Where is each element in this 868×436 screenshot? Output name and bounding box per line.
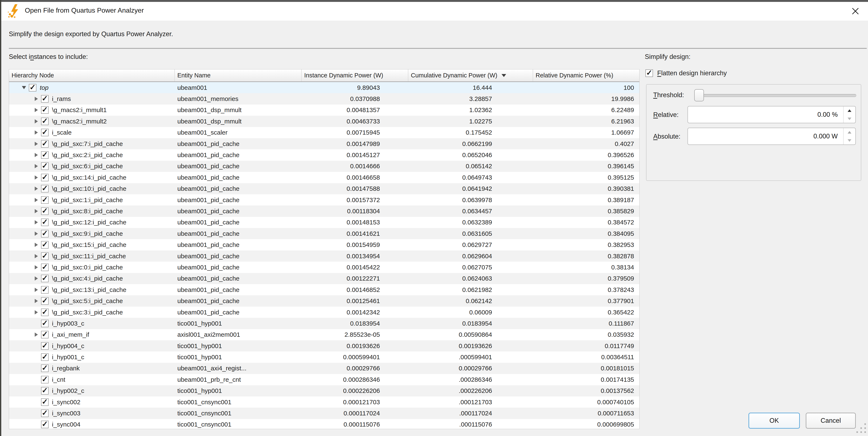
row-checkbox[interactable] bbox=[41, 207, 49, 215]
row-checkbox[interactable] bbox=[41, 230, 49, 238]
expand-icon[interactable] bbox=[31, 243, 41, 247]
table-row[interactable]: i_ramsubeam001_memories0.03709883.288571… bbox=[9, 93, 639, 104]
row-checkbox[interactable] bbox=[41, 409, 49, 417]
column-header-entity-name[interactable]: Entity Name bbox=[175, 69, 302, 82]
table-row[interactable]: i_sync004tico001_cnsync0010.000115076.00… bbox=[9, 419, 639, 429]
table-row[interactable]: i_scaleubeam001_scaler0.007159450.175452… bbox=[9, 127, 639, 138]
row-checkbox[interactable] bbox=[41, 219, 49, 226]
row-checkbox[interactable] bbox=[41, 353, 49, 361]
expand-icon[interactable] bbox=[31, 176, 41, 180]
row-checkbox[interactable] bbox=[41, 129, 49, 136]
table-row[interactable]: i_hyp004_ctico001_hyp0010.001936260.0019… bbox=[9, 340, 639, 351]
expand-icon[interactable] bbox=[31, 142, 41, 146]
table-row[interactable]: \g_macs2:i_mmult1ubeam001_dsp_mmult0.004… bbox=[9, 104, 639, 116]
row-checkbox[interactable] bbox=[41, 286, 49, 293]
row-checkbox[interactable] bbox=[41, 342, 49, 350]
expand-icon[interactable] bbox=[31, 288, 41, 292]
expand-icon[interactable] bbox=[31, 299, 41, 303]
table-row[interactable]: \g_pid_sxc:14:i_pid_cacheubeam001_pid_ca… bbox=[9, 172, 639, 183]
table-row[interactable]: i_sync002tico001_cnsync0010.000121703.00… bbox=[9, 397, 639, 408]
table-row[interactable]: \g_pid_sxc:12:i_pid_cacheubeam001_pid_ca… bbox=[9, 217, 639, 228]
threshold-slider-track[interactable] bbox=[694, 94, 856, 97]
table-row[interactable]: \g_pid_sxc:11:i_pid_cacheubeam001_pid_ca… bbox=[9, 250, 639, 262]
table-row[interactable]: \g_pid_sxc:3:i_pid_cacheubeam001_pid_cac… bbox=[9, 307, 639, 318]
row-checkbox[interactable] bbox=[41, 162, 49, 170]
absolute-spinbox[interactable]: 0.000 W bbox=[687, 128, 856, 145]
column-header-relative-power[interactable]: Relative Dynamic Power (%) bbox=[533, 69, 639, 82]
row-checkbox[interactable] bbox=[41, 196, 49, 204]
row-checkbox[interactable] bbox=[41, 263, 49, 271]
row-checkbox[interactable] bbox=[41, 151, 49, 159]
relative-spin-down-icon[interactable] bbox=[844, 115, 856, 123]
column-header-hierarchy-node[interactable]: Hierarchy Node bbox=[9, 69, 175, 82]
row-checkbox[interactable] bbox=[41, 387, 49, 395]
resize-grip[interactable] bbox=[855, 424, 866, 434]
row-checkbox[interactable] bbox=[41, 252, 49, 260]
row-checkbox[interactable] bbox=[41, 174, 49, 181]
row-checkbox[interactable] bbox=[41, 275, 49, 282]
absolute-value[interactable]: 0.000 W bbox=[688, 132, 843, 140]
table-row[interactable]: i_regbankubeam001_axi4_regist...0.000297… bbox=[9, 363, 639, 374]
expand-icon[interactable] bbox=[31, 209, 41, 213]
table-row[interactable]: \g_pid_sxc:0:i_pid_cacheubeam001_pid_cac… bbox=[9, 262, 639, 273]
table-row[interactable]: \g_pid_sxc:4:i_pid_cacheubeam001_pid_cac… bbox=[9, 273, 639, 284]
absolute-spin-down-icon[interactable] bbox=[844, 136, 856, 145]
column-header-cumulative-power[interactable]: Cumulative Dynamic Power (W) bbox=[408, 69, 533, 82]
column-header-instance-power[interactable]: Instance Dynamic Power (W) bbox=[302, 69, 408, 82]
expand-icon[interactable] bbox=[31, 164, 41, 168]
flatten-hierarchy-checkbox[interactable] bbox=[645, 69, 653, 77]
expand-icon[interactable] bbox=[31, 333, 41, 337]
relative-spinbox[interactable]: 0.00 % bbox=[687, 106, 856, 123]
row-checkbox[interactable] bbox=[41, 241, 49, 249]
row-checkbox[interactable] bbox=[41, 320, 49, 327]
table-row[interactable]: \g_pid_sxc:9:i_pid_cacheubeam001_pid_cac… bbox=[9, 228, 639, 239]
table-row[interactable]: i_sync003tico001_cnsync0010.000117024.00… bbox=[9, 408, 639, 419]
table-row[interactable]: \g_pid_sxc:2:i_pid_cacheubeam001_pid_cac… bbox=[9, 149, 639, 160]
row-checkbox[interactable] bbox=[41, 118, 49, 125]
table-row[interactable]: \g_pid_sxc:13:i_pid_cacheubeam001_pid_ca… bbox=[9, 284, 639, 295]
table-row[interactable]: \g_pid_sxc:6:i_pid_cacheubeam001_pid_cac… bbox=[9, 161, 639, 172]
row-checkbox[interactable] bbox=[41, 297, 49, 305]
expand-icon[interactable] bbox=[31, 108, 41, 112]
table-row[interactable]: \g_pid_sxc:7:i_pid_cacheubeam001_pid_cac… bbox=[9, 138, 639, 149]
row-checkbox[interactable] bbox=[41, 398, 49, 406]
expand-icon[interactable] bbox=[31, 97, 41, 101]
collapse-icon[interactable] bbox=[19, 86, 29, 89]
expand-icon[interactable] bbox=[31, 231, 41, 236]
row-checkbox[interactable] bbox=[41, 185, 49, 192]
table-row[interactable]: \g_pid_sxc:1:i_pid_cacheubeam001_pid_cac… bbox=[9, 194, 639, 206]
row-checkbox[interactable] bbox=[41, 421, 49, 428]
expand-icon[interactable] bbox=[31, 254, 41, 258]
expand-icon[interactable] bbox=[31, 310, 41, 314]
expand-icon[interactable] bbox=[31, 153, 41, 157]
table-row[interactable]: i_hyp002_ctico001_hyp0010.000226206.0002… bbox=[9, 385, 639, 397]
table-row[interactable]: i_cntubeam001_prb_re_cnt0.000286346.0002… bbox=[9, 374, 639, 385]
expand-icon[interactable] bbox=[31, 276, 41, 281]
table-row[interactable]: \g_macs2:i_mmult2ubeam001_dsp_mmult0.004… bbox=[9, 116, 639, 127]
row-checkbox[interactable] bbox=[41, 365, 49, 372]
table-row[interactable]: topubeam0019.8904316.444100 bbox=[9, 82, 639, 93]
table-row[interactable]: \g_pid_sxc:10:i_pid_cacheubeam001_pid_ca… bbox=[9, 183, 639, 194]
flatten-hierarchy-checkbox-row[interactable]: Flatten design hierarchy bbox=[645, 69, 727, 77]
close-icon[interactable] bbox=[849, 5, 862, 18]
absolute-spin-up-icon[interactable] bbox=[844, 128, 856, 136]
expand-icon[interactable] bbox=[31, 265, 41, 270]
threshold-slider-handle[interactable] bbox=[694, 89, 704, 101]
expand-icon[interactable] bbox=[31, 119, 41, 123]
row-checkbox[interactable] bbox=[41, 376, 49, 383]
row-checkbox[interactable] bbox=[41, 331, 49, 338]
cancel-button[interactable]: Cancel bbox=[806, 413, 856, 429]
row-checkbox[interactable] bbox=[41, 95, 49, 103]
expand-icon[interactable] bbox=[31, 198, 41, 202]
relative-value[interactable]: 0.00 % bbox=[688, 111, 843, 118]
row-checkbox[interactable] bbox=[41, 140, 49, 148]
table-row[interactable]: i_hyp003_ctico001_hyp0010.01839540.01839… bbox=[9, 318, 639, 329]
relative-spin-up-icon[interactable] bbox=[844, 106, 856, 115]
expand-icon[interactable] bbox=[31, 130, 41, 134]
table-row[interactable]: i_axi_mem_ifaxisl001_axi2mem0012.85523e-… bbox=[9, 329, 639, 340]
table-row[interactable]: \g_pid_sxc:5:i_pid_cacheubeam001_pid_cac… bbox=[9, 295, 639, 306]
row-checkbox[interactable] bbox=[41, 309, 49, 316]
table-row[interactable]: \g_pid_sxc:15:i_pid_cacheubeam001_pid_ca… bbox=[9, 239, 639, 250]
table-row[interactable]: i_hyp001_ctico001_hyp0010.000599401.0005… bbox=[9, 351, 639, 363]
ok-button[interactable]: OK bbox=[748, 413, 800, 429]
